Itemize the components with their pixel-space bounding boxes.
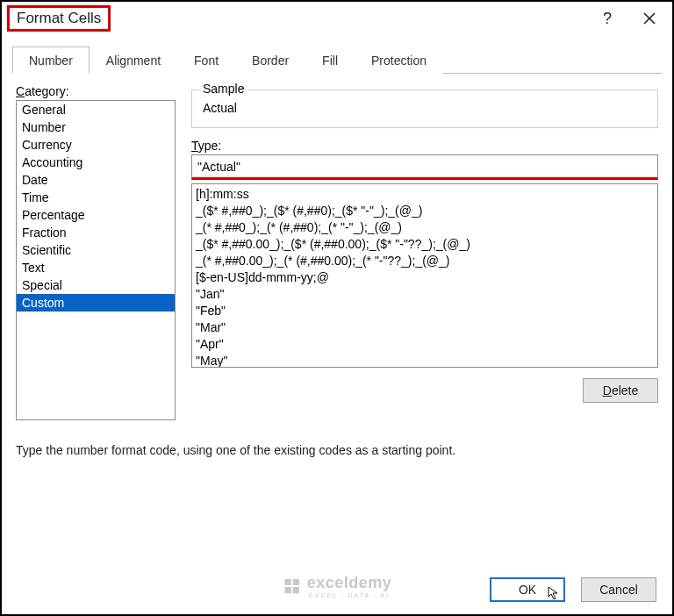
delete-button[interactable]: Delete (583, 378, 658, 403)
cancel-button[interactable]: Cancel (581, 577, 656, 602)
dialog-title: Format Cells (7, 5, 111, 32)
type-label: Type: (191, 139, 658, 153)
category-listbox[interactable]: General Number Currency Accounting Date … (16, 100, 176, 420)
format-item[interactable]: _($* #,##0_);_($* (#,##0);_($* "-"_);_(@… (196, 203, 654, 219)
sample-legend: Sample (199, 82, 247, 96)
format-item[interactable]: _(* #,##0.00_);_(* (#,##0.00);_(* "-"??_… (196, 253, 654, 269)
format-code-listbox[interactable]: [h]:mm:ss _($* #,##0_);_($* (#,##0);_($*… (191, 183, 658, 368)
category-item[interactable]: Time (17, 189, 175, 206)
tab-bar: Number Alignment Font Border Fill Protec… (12, 46, 662, 73)
ok-button[interactable]: OK (490, 577, 565, 602)
category-item[interactable]: Text (17, 259, 175, 276)
category-item[interactable]: Number (17, 118, 175, 136)
format-item[interactable]: "Apr" (196, 336, 654, 353)
format-cells-dialog: Format Cells ? Number Alignment Font Bor… (0, 0, 674, 616)
category-item[interactable]: Date (17, 171, 175, 189)
category-item[interactable]: General (17, 101, 175, 118)
close-button[interactable] (632, 6, 667, 31)
format-item[interactable]: _($* #,##0.00_);_($* (#,##0.00);_($* "-"… (196, 236, 654, 253)
format-item[interactable]: "May" (196, 353, 654, 368)
category-item[interactable]: Special (17, 276, 175, 294)
cursor-icon (548, 586, 562, 600)
category-item[interactable]: Fraction (17, 224, 175, 241)
tab-protection[interactable]: Protection (355, 47, 443, 74)
format-item[interactable]: "Jan" (196, 286, 654, 303)
format-item[interactable]: [$-en-US]dd-mmm-yy;@ (196, 269, 654, 286)
sample-group: Sample Actual (191, 90, 658, 128)
tab-fill[interactable]: Fill (305, 47, 355, 74)
format-item[interactable]: _(* #,##0_);_(* (#,##0);_(* "-"_);_(@_) (196, 219, 654, 236)
category-item[interactable]: Scientific (17, 241, 175, 259)
watermark-sub: EXCEL · DATA · AI (307, 592, 392, 598)
tab-font[interactable]: Font (177, 47, 235, 74)
format-item[interactable]: "Feb" (196, 303, 654, 319)
tab-content: Category: General Number Currency Accoun… (2, 74, 672, 569)
close-icon (643, 12, 656, 25)
tab-alignment[interactable]: Alignment (90, 47, 177, 74)
category-item-selected[interactable]: Custom (17, 294, 175, 312)
category-item[interactable]: Percentage (17, 206, 175, 224)
watermark-icon (283, 577, 302, 596)
watermark-text: exceldemy (307, 574, 392, 591)
category-item[interactable]: Currency (17, 136, 175, 154)
help-button[interactable]: ? (590, 6, 625, 31)
format-item[interactable]: "Mar" (196, 319, 654, 336)
category-item[interactable]: Accounting (17, 154, 175, 171)
tab-number[interactable]: Number (12, 47, 90, 74)
tab-border[interactable]: Border (235, 47, 305, 74)
sample-value: Actual (201, 101, 649, 115)
category-label: Category: (16, 84, 69, 98)
format-item[interactable]: [h]:mm:ss (196, 186, 654, 203)
titlebar: Format Cells ? (2, 2, 672, 35)
title-controls: ? (590, 6, 667, 31)
hint-text: Type the number format code, using one o… (16, 443, 658, 457)
type-input[interactable] (191, 154, 658, 180)
dialog-footer: exceldemy EXCEL · DATA · AI OK Cancel (2, 569, 672, 614)
watermark: exceldemy EXCEL · DATA · AI (283, 574, 392, 598)
